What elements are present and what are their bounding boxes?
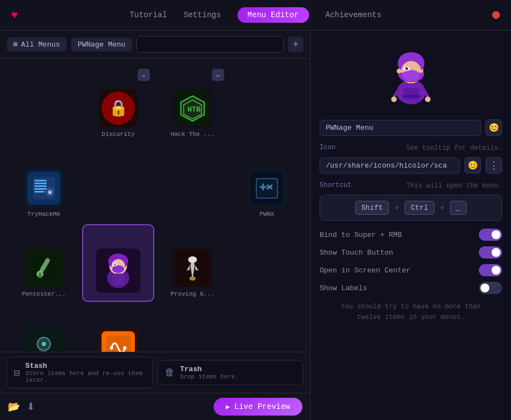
icon-grid: ✏ 🔒 Discurity	[0, 59, 310, 352]
list-item[interactable]: Root Me	[8, 304, 80, 352]
svg-rect-43	[403, 88, 419, 100]
top-nav: ♥ Tutorial Settings Menu Editor Achievem…	[0, 0, 511, 31]
discurity-icon: 🔒	[99, 89, 138, 128]
portswigg-icon	[99, 328, 138, 352]
toggle-row-center: Open in Screen Center	[320, 264, 502, 276]
plus-sign-1: +	[394, 204, 399, 212]
svg-rect-3	[34, 185, 47, 187]
grid-icon: ⊞	[13, 40, 18, 49]
menu-name-input[interactable]	[320, 120, 481, 136]
proving-icon	[173, 249, 212, 287]
add-tab-button[interactable]: +	[288, 37, 303, 52]
list-item[interactable]: ✏ 🔒 Discurity	[82, 64, 154, 142]
tab-all-menus[interactable]: ⊞ All Menus	[7, 37, 67, 52]
list-item[interactable]: H TryHackMe	[8, 144, 80, 222]
notification-dot	[492, 11, 500, 19]
svg-rect-5	[34, 191, 44, 193]
trash-box[interactable]: 🗑 Trash Drop items here.	[158, 360, 304, 385]
svg-point-19	[112, 265, 124, 273]
svg-rect-1	[34, 180, 47, 181]
stash-desc: Store items here and re-use them later.	[26, 370, 146, 383]
list-item[interactable]: PWNX	[231, 144, 303, 222]
list-item[interactable]: Pentester...	[8, 224, 80, 302]
hacker-selected-icon	[96, 249, 140, 293]
svg-point-27	[190, 277, 195, 280]
stash-box[interactable]: ⊟ Stash Store items here and re-use them…	[7, 357, 153, 388]
icon-label: TryHackMe	[27, 211, 60, 217]
svg-point-30	[123, 346, 127, 350]
shortcut-label: Shortcut	[320, 181, 352, 189]
edit-badge[interactable]: ✏	[138, 69, 150, 81]
svg-point-26	[188, 256, 197, 263]
icon-field-label: Icon	[320, 144, 336, 151]
ctrl-key: Ctrl	[404, 201, 434, 215]
trash-title: Trash	[180, 365, 239, 373]
list-item[interactable]: ✏ HTB Hack The ...	[156, 64, 229, 142]
icon-input-row: 😊 ⋮	[320, 157, 502, 174]
icon-field-row: Icon See tooltip for details. 😊 ⋮	[320, 144, 502, 174]
menu-name-field-row: 😊	[320, 119, 502, 136]
toggle-label-labels: Show Labels	[320, 284, 367, 292]
menu-name-emoji-button[interactable]: 😊	[485, 119, 502, 136]
svg-point-21	[114, 264, 116, 266]
download-button[interactable]: ⬇	[27, 401, 35, 413]
svg-rect-44	[402, 95, 420, 98]
stash-title: Stash	[26, 362, 146, 370]
folder-button[interactable]: 📂	[8, 401, 20, 413]
icon-label: Pentester...	[22, 291, 65, 297]
left-panel: ⊞ All Menus PWNage Menu + ✏ 🔒 Discurity	[0, 31, 311, 420]
live-preview-button[interactable]: ▶ Live Preview	[214, 398, 302, 416]
icon-label: Proving G...	[170, 291, 214, 297]
svg-point-40	[397, 69, 401, 73]
trash-icon: 🗑	[165, 367, 175, 378]
trash-desc: Drop items here.	[180, 373, 239, 380]
stash-info: Stash Store items here and re-use them l…	[26, 362, 146, 383]
toggle-center[interactable]	[479, 264, 502, 276]
svg-rect-4	[34, 188, 47, 190]
svg-point-36	[402, 70, 420, 81]
svg-point-29	[110, 346, 113, 350]
icon-path-input[interactable]	[320, 158, 460, 174]
tab-search-input	[136, 36, 284, 53]
achievements-link[interactable]: Achievements	[326, 11, 382, 19]
toggle-super[interactable]	[479, 229, 502, 241]
toggle-labels[interactable]	[479, 282, 502, 294]
svg-point-39	[406, 68, 407, 69]
icon-label: PWNX	[260, 211, 274, 217]
list-item[interactable]: PortSwigg...	[82, 304, 154, 352]
nav-links: Tutorial Settings Menu Editor Achievemen…	[130, 7, 382, 23]
icon-more-button[interactable]: ⋮	[485, 157, 502, 174]
hackthebox-icon: HTB	[173, 89, 212, 128]
toggle-label-center: Open in Screen Center	[320, 266, 411, 275]
shift-key: Shift	[355, 201, 389, 215]
menu-editor-link[interactable]: Menu Editor	[237, 7, 308, 23]
shortcut-hint: This will open the menu.	[406, 182, 502, 190]
toggle-touch[interactable]	[479, 246, 502, 259]
pentester-icon	[24, 249, 63, 287]
bottom-action-bar: 📂 ⬇ ▶ Live Preview	[0, 393, 310, 420]
icon-label: Discurity	[102, 131, 134, 138]
shortcut-box[interactable]: Shift + Ctrl + _	[320, 195, 502, 221]
info-text: You should try to have no more thantwelv…	[320, 302, 502, 323]
settings-link[interactable]: Settings	[184, 11, 221, 19]
list-item[interactable]: Proving G...	[156, 224, 229, 302]
svg-text:H: H	[48, 190, 52, 196]
toggle-row-super: Bind to Super + RMB	[320, 229, 502, 241]
tutorial-link[interactable]: Tutorial	[130, 11, 167, 19]
pwnx-icon	[247, 169, 286, 208]
shortcut-field-row: Shortcut This will open the menu. Shift …	[320, 181, 502, 221]
menu-name-input-row: 😊	[320, 119, 502, 136]
svg-rect-2	[34, 183, 47, 184]
svg-rect-14	[38, 272, 42, 278]
heart-icon[interactable]: ♥	[11, 9, 18, 22]
icon-emoji-button[interactable]: 😊	[464, 157, 481, 174]
tab-pwnage-menu[interactable]: PWNage Menu	[71, 38, 132, 52]
edit-badge[interactable]: ✏	[212, 69, 224, 81]
list-item[interactable]	[82, 224, 154, 302]
underscore-key: _	[450, 201, 467, 215]
toggle-row-touch: Show Touch Button	[320, 246, 502, 259]
main-layout: ⊞ All Menus PWNage Menu + ✏ 🔒 Discurity	[0, 31, 511, 420]
svg-point-42	[425, 97, 431, 102]
toggle-label-touch: Show Touch Button	[320, 249, 393, 257]
toggle-row-labels: Show Labels	[320, 282, 502, 294]
